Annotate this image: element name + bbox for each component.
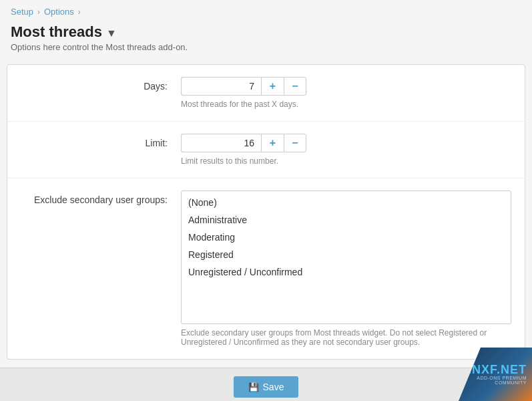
page-wrapper: Setup › Options › Most threads ▼ Options… [0,0,532,401]
list-item-administrative[interactable]: Administrative [182,211,511,229]
page-subtitle: Options here control the Most threads ad… [11,42,521,52]
page-title: Most threads [11,23,102,41]
page-header: Most threads ▼ Options here control the … [0,21,532,56]
days-control-wrap: + − Most threads for the past X days. [181,77,511,109]
save-icon: 💾 [248,382,259,392]
limit-input-row: + − [181,134,511,152]
page-footer: 💾 Save [0,368,532,401]
breadcrumb-sep-2: › [78,7,81,17]
exclude-groups-listbox[interactable]: (None) Administrative Moderating Registe… [181,190,511,324]
list-item-registered[interactable]: Registered [182,246,511,263]
breadcrumb-options[interactable]: Options [44,7,74,17]
exclude-groups-hint: Exclude secondary user groups from Most … [181,328,511,347]
form-row-days: Days: + − Most threads for the past X da… [7,65,525,122]
limit-input[interactable] [181,134,261,152]
days-input-row: + − [181,77,511,96]
options-panel: Days: + − Most threads for the past X da… [7,64,525,360]
limit-plus-button[interactable]: + [261,134,284,152]
form-row-limit: Limit: + − Limit results to this number. [7,122,525,178]
breadcrumb-sep-1: › [37,7,40,17]
limit-minus-button[interactable]: − [284,134,306,152]
days-hint: Most threads for the past X days. [181,100,511,109]
list-item-moderating[interactable]: Moderating [182,229,511,246]
list-item-unregistered[interactable]: Unregistered / Unconfirmed [182,263,511,281]
days-minus-button[interactable]: − [284,77,306,96]
limit-label: Limit: [21,134,181,148]
days-input[interactable] [181,77,261,96]
form-row-exclude-groups: Exclude secondary user groups: (None) Ad… [7,178,525,359]
dropdown-arrow-icon[interactable]: ▼ [106,27,117,39]
exclude-groups-control-wrap: (None) Administrative Moderating Registe… [181,190,511,347]
page-title-row: Most threads ▼ [11,23,521,41]
save-label: Save [263,382,284,392]
list-item-none[interactable]: (None) [182,194,511,211]
breadcrumb-setup[interactable]: Setup [11,7,33,17]
breadcrumb: Setup › Options › [0,0,532,21]
days-label: Days: [21,77,181,92]
save-button[interactable]: 💾 Save [234,376,299,398]
limit-control-wrap: + − Limit results to this number. [181,134,511,166]
exclude-groups-label: Exclude secondary user groups: [21,190,181,205]
days-plus-button[interactable]: + [261,77,284,96]
main-content: Days: + − Most threads for the past X da… [0,56,532,368]
limit-hint: Limit results to this number. [181,156,511,166]
